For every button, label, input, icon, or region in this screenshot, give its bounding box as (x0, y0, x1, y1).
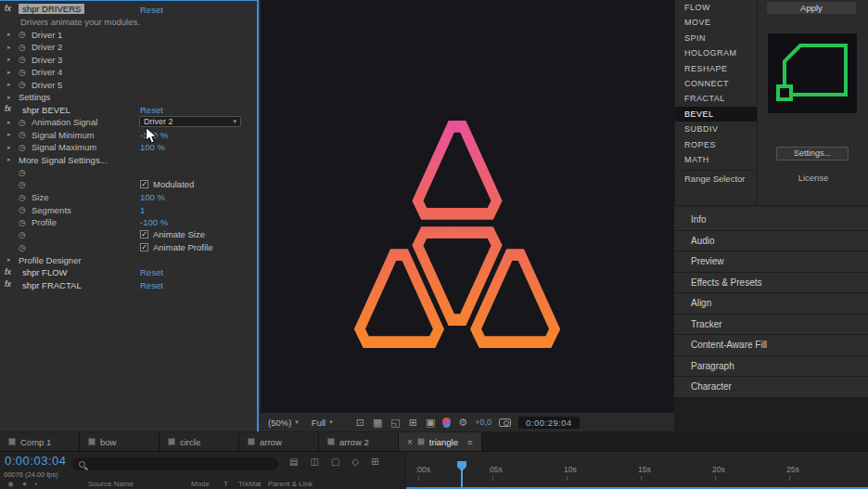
stopwatch-icon[interactable]: ◷ (19, 118, 26, 127)
stopwatch-icon[interactable]: ◷ (19, 55, 26, 64)
stopwatch-icon[interactable]: ◷ (19, 193, 26, 202)
stopwatch-icon[interactable]: ◷ (19, 130, 26, 139)
composition-viewer[interactable] (261, 0, 674, 412)
plugin-menu-item-flow[interactable]: FLOW (675, 0, 757, 15)
property-label-segments: Segments (32, 205, 71, 215)
timeline-tab-circle[interactable]: circle (160, 432, 239, 451)
stopwatch-icon[interactable]: ◷ (19, 168, 26, 177)
plugin-menu-item-fractal[interactable]: FRACTAL (675, 91, 757, 106)
property-label-settings[interactable]: Settings (19, 92, 50, 102)
reset-link[interactable]: Reset (140, 5, 163, 15)
transparency-grid-icon[interactable]: ▦ (373, 417, 382, 428)
property-value[interactable]: 100 % (140, 192, 165, 202)
panel-header-align[interactable]: Align (674, 293, 868, 315)
license-link[interactable]: License (759, 173, 868, 183)
plugin-menu-item-subdiv[interactable]: SUBDIV (675, 122, 757, 136)
tab-label: Comp 1 (20, 437, 51, 447)
panel-header-effects-presets[interactable]: Effects & Presets (674, 273, 868, 294)
plugin-menu-item-hologram[interactable]: HOLOGRAM (675, 45, 757, 60)
checkbox-modulated[interactable]: ✓Modulated (140, 179, 194, 189)
mask-visibility-icon[interactable]: ◱ (390, 417, 400, 428)
stopwatch-icon[interactable]: ◷ (19, 143, 26, 152)
panel-header-character[interactable]: Character (674, 377, 868, 398)
gear-icon[interactable]: ⚙ (458, 417, 467, 428)
twirl-icon[interactable]: ▸ (7, 81, 11, 88)
reset-link[interactable]: Reset (140, 267, 163, 277)
plugin-menu-item-spin[interactable]: SPIN (675, 31, 757, 45)
timeline-tab-arrow[interactable]: arrow (239, 432, 319, 451)
panel-header-paragraph[interactable]: Paragraph (674, 356, 868, 378)
reset-link[interactable]: Reset (140, 280, 163, 290)
plugin-menu-item-math[interactable]: MATH (675, 152, 757, 167)
timeline-tab-arrow-2[interactable]: arrow 2 (319, 432, 399, 451)
property-value[interactable]: -100 % (140, 217, 168, 227)
stopwatch-icon[interactable]: ◷ (19, 30, 26, 39)
property-label-size: Size (32, 192, 48, 202)
twirl-icon[interactable]: ▸ (7, 56, 11, 63)
stopwatch-icon[interactable]: ◷ (19, 218, 26, 227)
apply-button[interactable]: Apply (766, 1, 857, 15)
stopwatch-icon[interactable]: ◷ (19, 205, 26, 214)
twirl-icon[interactable]: ▸ (7, 119, 11, 126)
zoom-dropdown[interactable]: (50%) ▾ (265, 417, 301, 429)
twirl-icon[interactable]: ▸ (7, 94, 11, 101)
panel-header-tracker[interactable]: Tracker (674, 315, 868, 336)
property-label-driver-2: Driver 2 (32, 42, 62, 52)
panel-header-content-aware-fill[interactable]: Content-Aware Fill (674, 335, 868, 356)
plugin-menu-item-ropes[interactable]: ROPES (675, 137, 757, 152)
resolution-dropdown[interactable]: Full ▾ (309, 417, 336, 429)
snapshot-camera-icon[interactable] (499, 418, 511, 427)
property-label-profile-designer[interactable]: Profile Designer (19, 255, 82, 265)
time-ruler[interactable]: :00s05s10s15s20s25s (405, 452, 868, 489)
effect-name-shpr-bevel[interactable]: shpr BEVEL (22, 105, 70, 115)
panel-header-info[interactable]: Info (674, 210, 868, 231)
view-layout-icon[interactable]: ▣ (426, 417, 435, 428)
playhead[interactable] (457, 461, 468, 489)
reset-link[interactable]: Reset (140, 105, 163, 115)
channels-icon[interactable] (442, 418, 451, 428)
plugin-menu-item-reshape[interactable]: RESHAPE (675, 61, 757, 76)
property-label-animation-signal: Animation Signal (32, 117, 97, 127)
timeline-tab-triangle[interactable]: ×triangle≡ (399, 432, 482, 451)
property-label-more-signal-settings[interactable]: More Signal Settings... (19, 155, 108, 165)
stopwatch-icon[interactable]: ◷ (19, 80, 26, 89)
twirl-icon[interactable]: ▸ (7, 31, 11, 38)
effect-name-shpr-fractal[interactable]: shpr FRACTAL (22, 280, 82, 290)
grid-guides-icon[interactable]: ⊞ (409, 417, 417, 428)
plugin-menu-item-move[interactable]: MOVE (675, 15, 757, 30)
exposure-value[interactable]: +0,0 (475, 418, 491, 427)
twirl-icon[interactable]: ▸ (7, 256, 11, 264)
twirl-icon[interactable]: ▸ (7, 131, 11, 138)
twirl-icon[interactable]: ▸ (7, 144, 11, 151)
property-value[interactable]: 1 (140, 205, 145, 215)
close-icon[interactable]: × (407, 437, 413, 447)
plugin-menu-item-connect[interactable]: CONNECT (675, 76, 757, 91)
dropdown-animation-signal[interactable]: Driver 2▾ (139, 116, 241, 127)
twirl-icon[interactable]: ▸ (7, 156, 11, 163)
effect-name-shpr-drivers[interactable]: shpr DRIVERS (19, 4, 84, 14)
region-of-interest-icon[interactable]: ⊡ (356, 417, 364, 428)
property-label-driver-3: Driver 3 (32, 55, 62, 65)
property-label-signal-maximum: Signal Maximum (32, 142, 96, 152)
stopwatch-icon[interactable]: ◷ (19, 180, 26, 189)
settings-button[interactable]: Settings... (776, 147, 849, 161)
plugin-menu-item-bevel[interactable]: BEVEL (675, 107, 757, 122)
effect-name-shpr-flow[interactable]: shpr FLOW (22, 267, 68, 277)
twirl-icon[interactable]: ▸ (7, 69, 11, 76)
stopwatch-icon[interactable]: ◷ (19, 68, 26, 77)
range-selector-item[interactable]: Range Selector (675, 170, 757, 186)
checkbox-animate-profile[interactable]: ✓Animate Profile (140, 242, 212, 252)
stopwatch-icon[interactable]: ◷ (19, 230, 26, 239)
stopwatch-icon[interactable]: ◷ (19, 43, 26, 52)
panel-header-preview[interactable]: Preview (674, 251, 868, 273)
panel-header-audio[interactable]: Audio (674, 231, 868, 252)
preview-time-display[interactable]: 0:00:29:04 (518, 417, 580, 429)
timeline-tab-bow[interactable]: bow (80, 432, 160, 451)
panel-label: Character (691, 381, 732, 392)
stopwatch-icon[interactable]: ◷ (19, 243, 26, 252)
timeline-tab-comp-1[interactable]: Comp 1 (0, 432, 80, 451)
twirl-icon[interactable]: ▸ (7, 44, 11, 51)
checkbox-animate-size[interactable]: ✓Animate Size (140, 229, 205, 239)
checkbox-label: Animate Size (153, 229, 205, 239)
panel-menu-icon[interactable]: ≡ (467, 437, 473, 447)
